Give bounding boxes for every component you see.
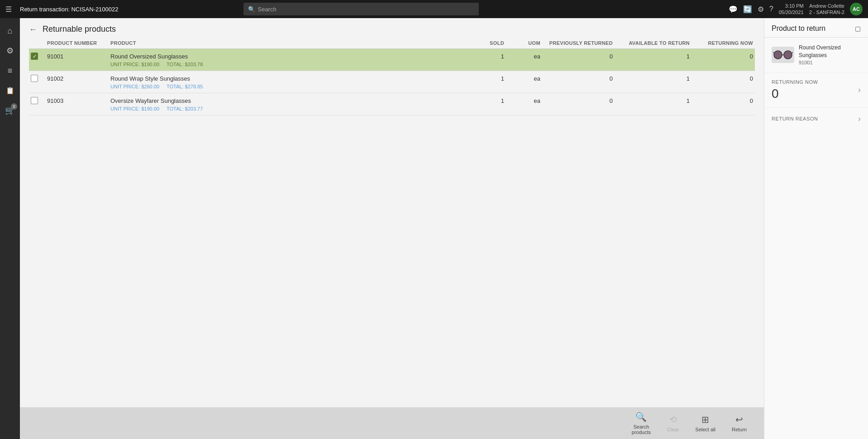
svg-point-1 (784, 51, 792, 59)
row3-product-number: 91003 (45, 97, 109, 104)
sidebar-item-home[interactable]: ⌂ (1, 22, 19, 40)
help-icon[interactable]: ? (769, 5, 773, 13)
row3-checkbox[interactable] (31, 97, 38, 104)
row1-uom: ea (506, 53, 542, 60)
clear-button[interactable]: ⟲ Clear (659, 414, 687, 432)
table-row: 91001 Round Oversized Sunglasses 1 ea 0 … (29, 49, 755, 71)
global-search-input[interactable] (258, 6, 474, 13)
return-reason-expand[interactable]: › (858, 114, 861, 124)
product-preview-info: Round Oversized Sunglasses 91001 (799, 44, 861, 66)
search-products-label: Search products (632, 424, 651, 435)
search-products-button[interactable]: 🔍 Search products (624, 411, 659, 435)
user-avatar[interactable]: AC (850, 3, 863, 15)
sidebar-item-orders[interactable]: 📋 (1, 82, 19, 100)
returning-now-label: RETURNING NOW (772, 79, 818, 85)
sidebar: ⌂ ⚙ ≡ 📋 🛒 0 (0, 18, 20, 439)
svg-line-4 (792, 52, 793, 53)
col-uom: UOM (506, 40, 542, 46)
hamburger-icon[interactable]: ☰ (5, 5, 12, 14)
row3-uom: ea (506, 97, 542, 104)
row2-unit-price: UNIT PRICE: $260.00 (110, 84, 159, 89)
expand-panel-icon[interactable]: ▢ (855, 25, 861, 32)
row1-total: TOTAL: $203.78 (167, 62, 203, 67)
right-panel: Product to return ▢ Round Oversized Sung… (764, 18, 868, 439)
row2-checkbox-cell[interactable] (29, 75, 45, 82)
row1-returning-now: 0 (692, 53, 755, 60)
row3-returning-now: 0 (692, 97, 755, 104)
sidebar-item-operations[interactable]: ⚙ (1, 42, 19, 60)
product-preview-name: Round Oversized Sunglasses (799, 44, 861, 59)
back-button[interactable]: ← (29, 25, 37, 34)
topbar-user: Andrew Collette (809, 3, 844, 9)
return-icon: ↩ (735, 414, 743, 425)
row1-product-number: 91001 (45, 53, 109, 60)
right-panel-header: Product to return ▢ (764, 18, 868, 38)
col-sold: SOLD (470, 40, 506, 46)
row2-total: TOTAL: $278.85 (167, 84, 203, 89)
row2-checkbox[interactable] (31, 75, 38, 82)
bottom-toolbar: 🔍 Search products ⟲ Clear ⊞ Select all ↩… (20, 407, 764, 439)
row1-product-name: Round Oversized Sunglasses (109, 53, 470, 60)
product-preview-sku: 91001 (799, 59, 861, 66)
select-all-button[interactable]: ⊞ Select all (687, 414, 724, 432)
returning-now-value: 0 (772, 87, 818, 101)
table-header: PRODUCT NUMBER PRODUCT SOLD UOM PREVIOUS… (29, 38, 755, 49)
clear-label: Clear (667, 427, 679, 432)
returning-now-expand[interactable]: › (858, 85, 861, 95)
svg-point-0 (774, 51, 782, 59)
row3-checkbox-cell[interactable] (29, 97, 45, 104)
row1-sold: 1 (470, 53, 506, 60)
row1-available-to-return: 1 (615, 53, 692, 60)
col-product: PRODUCT (109, 40, 470, 46)
products-table-area: PRODUCT NUMBER PRODUCT SOLD UOM PREVIOUS… (20, 38, 764, 407)
search-icon: 🔍 (248, 6, 255, 13)
global-search[interactable]: 🔍 (243, 3, 479, 15)
return-reason-section: RETURN REASON › (764, 108, 868, 130)
topbar-date: 05/20/2021 (779, 9, 804, 15)
row2-product-number: 91002 (45, 75, 109, 82)
chat-icon[interactable]: 💬 (729, 5, 738, 14)
row2-uom: ea (506, 75, 542, 82)
topbar-title: Return transaction: NCISAN-2100022 (20, 6, 119, 13)
return-button[interactable]: ↩ Return (724, 414, 755, 432)
row2-sub-info: UNIT PRICE: $260.00 TOTAL: $278.85 (29, 84, 755, 93)
col-checkbox (29, 40, 45, 46)
clear-icon: ⟲ (669, 414, 677, 425)
row2-product-name: Round Wrap Style Sunglasses (109, 75, 470, 82)
col-returning-now: RETURNING NOW (692, 40, 755, 46)
return-reason-label: RETURN REASON (772, 116, 818, 121)
right-panel-title: Product to return (772, 24, 825, 33)
col-available-to-return: AVAILABLE TO RETURN (615, 40, 692, 46)
row1-sub-info: UNIT PRICE: $190.00 TOTAL: $203.78 (29, 62, 755, 71)
page-title: Returnable products (43, 24, 116, 34)
row2-returning-now: 0 (692, 75, 755, 82)
svg-line-3 (773, 52, 774, 53)
page-header: ← Returnable products (20, 18, 764, 38)
row1-unit-price: UNIT PRICE: $190.00 (110, 62, 159, 67)
row2-sold: 1 (470, 75, 506, 82)
row1-checkbox[interactable] (31, 53, 38, 60)
topbar-store: 2 - SANFRAN-2 (809, 9, 844, 15)
row3-sub-info: UNIT PRICE: $190.00 TOTAL: $203.77 (29, 106, 755, 115)
settings-icon[interactable]: ⚙ (758, 5, 764, 14)
col-product-number: PRODUCT NUMBER (45, 40, 109, 46)
sidebar-item-cart[interactable]: 🛒 0 (1, 101, 19, 120)
cart-badge: 0 (11, 103, 17, 110)
row3-total: TOTAL: $203.77 (167, 106, 203, 111)
product-thumbnail (772, 47, 794, 63)
row3-previously-returned: 0 (542, 97, 615, 104)
topbar-right: 💬 🔄 ⚙ ? 3:10 PM 05/20/2021 Andrew Collet… (729, 3, 863, 16)
product-row-main: 91002 Round Wrap Style Sunglasses 1 ea 0… (29, 71, 755, 84)
select-all-icon: ⊞ (701, 414, 709, 425)
topbar: ☰ Return transaction: NCISAN-2100022 🔍 💬… (0, 0, 868, 18)
col-previously-returned: PREVIOUSLY RETURNED (542, 40, 615, 46)
row1-checkbox-cell[interactable] (29, 53, 45, 60)
select-all-label: Select all (695, 427, 715, 432)
row3-sold: 1 (470, 97, 506, 104)
sunglasses-image (773, 48, 793, 61)
sidebar-item-notes[interactable]: ≡ (1, 62, 19, 80)
returning-now-section: RETURNING NOW 0 › (764, 73, 868, 108)
refresh-icon[interactable]: 🔄 (743, 5, 752, 14)
table-row: 91003 Oversize Wayfarer Sunglasses 1 ea … (29, 93, 755, 116)
return-label: Return (732, 427, 747, 432)
